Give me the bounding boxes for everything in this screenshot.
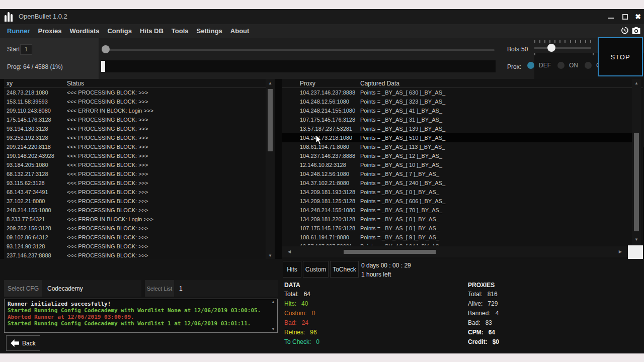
hit-row[interactable]: 104.248.12.56:1080Points = _BY_AS_[ 323 …: [282, 97, 632, 106]
bot-row[interactable]: 190.148.202:43928<<< PROCESSING BLOCK: >…: [4, 151, 266, 160]
bot-status-cell: <<< PROCESSING BLOCK: >>>: [67, 153, 148, 159]
menu-item-proxies[interactable]: Proxies: [38, 27, 62, 35]
hit-row[interactable]: 104.248.214.155:1080Points = _BY_AS_[ 41…: [282, 106, 632, 115]
tick-mark: [585, 40, 586, 43]
scroll-thumb[interactable]: [344, 250, 436, 254]
bot-row[interactable]: 68.132.217:3128<<< PROCESSING BLOCK: >>>: [4, 169, 266, 178]
bot-vertical-scrollbar[interactable]: ▲ ▼: [266, 79, 275, 265]
bot-row[interactable]: 93.194.130:3128<<< PROCESSING BLOCK: >>>: [4, 124, 266, 133]
bot-proxy-cell: 175.145.176:3128: [7, 117, 51, 123]
scroll-up-icon[interactable]: ▲: [634, 81, 638, 85]
scroll-right-icon[interactable]: ▶: [619, 250, 622, 254]
tab-custom[interactable]: Custom: [303, 261, 329, 278]
hit-row[interactable]: 104.248.214.155:1080Points = _BY_AS_[ 70…: [282, 206, 632, 215]
bot-row[interactable]: 8.233.77:54321<<< ERROR IN BLOCK: Login …: [4, 215, 266, 224]
bot-table-header: xy Status: [4, 79, 275, 88]
bots-slider[interactable]: [534, 39, 591, 57]
hit-row[interactable]: 13.57.187.237:53281Points = _BY_AS_[ 94 …: [282, 242, 632, 245]
hit-row[interactable]: 12.146.10.82:3128Points = _BY_AS_[ 10 ]_…: [282, 160, 632, 169]
bots-slider-thumb[interactable]: [547, 44, 555, 52]
hits-horizontal-scrollbar[interactable]: ◀ ▶: [282, 246, 628, 257]
tab-tocheck[interactable]: ToCheck: [330, 261, 359, 278]
bot-row[interactable]: 175.145.176:3128<<< PROCESSING BLOCK: >>…: [4, 115, 266, 124]
selected-cfg-value: Codecademy: [42, 280, 141, 297]
scroll-thumb[interactable]: [268, 89, 273, 151]
scroll-up-icon[interactable]: ▲: [271, 300, 275, 304]
scroll-down-icon[interactable]: ▼: [634, 238, 638, 242]
hit-row[interactable]: 108.61.194.71:8080Points = _BY_AS_[ 113 …: [282, 142, 632, 151]
bot-row[interactable]: 93.115.62:3128<<< PROCESSING BLOCK: >>>: [4, 178, 266, 188]
bot-row[interactable]: 209.252.156:3128<<< PROCESSING BLOCK: >>…: [4, 224, 266, 233]
proxy-mode-label: Prox:: [507, 63, 521, 70]
tab-hits[interactable]: Hits: [283, 261, 301, 278]
proxy-mode-radio-def[interactable]: [527, 62, 534, 69]
bot-row[interactable]: 209.110.243:8080<<< ERROR IN BLOCK: Logi…: [4, 106, 266, 115]
bot-proxy-cell: 93.253.192:3128: [7, 135, 48, 141]
menu-item-runner[interactable]: Runner: [7, 27, 30, 35]
bot-status-panel: xy Status 248.73.218:1080<<< PROCESSING …: [4, 79, 275, 276]
scroll-left-icon[interactable]: ◀: [288, 250, 291, 254]
close-button[interactable]: ✖: [632, 9, 644, 24]
hit-row[interactable]: 13.57.187.237:53281Points = _BY_AS_[ 139…: [282, 124, 632, 133]
bot-row[interactable]: 09.102.86:64312<<< PROCESSING BLOCK: >>>: [4, 233, 266, 242]
history-icon[interactable]: [620, 26, 629, 35]
bot-row[interactable]: 93.184.205:1080<<< PROCESSING BLOCK: >>>: [4, 160, 266, 169]
hit-row[interactable]: 104.248.12.56:1080Points = _BY_AS_[ 7 ]_…: [282, 169, 632, 178]
hits-vertical-scrollbar[interactable]: ▲ ▼: [632, 79, 641, 245]
hit-status-cell: Points = _BY_AS_[ 139 ]_BY_AS_: [360, 126, 445, 132]
hit-row[interactable]: 134.209.181.220:3128Points = _BY_AS_[ 0 …: [282, 215, 632, 224]
hit-row[interactable]: 107.175.145.176:3128Points = _BY_AS_[ 0 …: [282, 224, 632, 233]
scroll-down-icon[interactable]: ▼: [268, 254, 272, 258]
menu-item-settings[interactable]: Settings: [197, 27, 222, 35]
bot-row[interactable]: 93.124.90:3128<<< PROCESSING BLOCK: >>>: [4, 242, 266, 251]
scroll-down-icon[interactable]: ▼: [271, 327, 275, 331]
hit-row[interactable]: 108.61.194.71:8080Points = _BY_AS_[ 9 ]_…: [282, 233, 632, 242]
progress-fill: [101, 61, 105, 72]
tick-mark: [559, 40, 560, 43]
data-stat-label: Custom:: [284, 310, 307, 317]
proxy-mode-radio-on[interactable]: [557, 62, 565, 69]
select-list-button[interactable]: Select List: [145, 280, 174, 297]
bot-proxy-cell: 93.194.130:3128: [7, 126, 48, 132]
screenshot-camera-icon[interactable]: [631, 26, 641, 35]
hit-row[interactable]: 104.37.102.21:8080Points = _BY_AS_[ 240 …: [282, 178, 632, 188]
hit-row[interactable]: 104.237.146.237:8888Points = _BY_AS_[ 12…: [282, 151, 632, 160]
bot-proxy-cell: 93.124.90:3128: [7, 243, 45, 249]
minimize-button[interactable]: [605, 9, 617, 24]
menu-item-hits-db[interactable]: Hits DB: [140, 27, 164, 35]
proxy-stat-label: Total:: [468, 291, 482, 298]
bot-row[interactable]: 153.11.58:39593<<< PROCESSING BLOCK: >>>: [4, 97, 266, 106]
scroll-up-icon[interactable]: ▲: [268, 81, 272, 85]
data-stats-title: DATA: [284, 282, 300, 289]
maximize-button[interactable]: [619, 9, 631, 24]
start-slider[interactable]: [103, 49, 495, 51]
log-console[interactable]: ▲ ▼ Runner initialized succesfully!Start…: [4, 299, 278, 333]
runner-controls: Start: 1 Prog: 64 / 4588 (1%) Bots: 50 P…: [0, 38, 644, 79]
hit-proxy-cell: 104.237.146.237:8888: [300, 153, 355, 159]
bot-row[interactable]: 37.102.21:8080<<< PROCESSING BLOCK: >>>: [4, 197, 266, 206]
start-input[interactable]: 1: [20, 44, 32, 55]
menu-item-about[interactable]: About: [230, 27, 250, 35]
proxy-stat-label: Banned:: [468, 310, 491, 317]
bot-row[interactable]: 248.73.218:1080<<< PROCESSING BLOCK: >>>: [4, 88, 266, 97]
hit-row[interactable]: 107.175.145.176:3128Points = _BY_AS_[ 31…: [282, 115, 632, 124]
bot-row[interactable]: 248.214.155:1080<<< PROCESSING BLOCK: >>…: [4, 206, 266, 215]
hit-row[interactable]: 134.209.181.193:3128Points = _BY_AS_[ 0 …: [282, 188, 632, 197]
back-arrow-icon: [11, 339, 19, 347]
bot-row[interactable]: 68.143.47:34491<<< PROCESSING BLOCK: >>>: [4, 188, 266, 197]
hit-row[interactable]: 104.237.146.237:8888Points = _BY_AS_[ 63…: [282, 88, 632, 97]
bot-row[interactable]: 93.253.192:3128<<< PROCESSING BLOCK: >>>: [4, 133, 266, 142]
select-cfg-button[interactable]: Select CFG: [4, 280, 42, 297]
proxy-mode-radio-off[interactable]: [585, 62, 592, 69]
back-button[interactable]: Back: [6, 335, 40, 351]
start-slider-thumb[interactable]: [102, 45, 110, 53]
menu-item-tools[interactable]: Tools: [172, 27, 189, 35]
bot-row[interactable]: 209.214.220:8118<<< PROCESSING BLOCK: >>…: [4, 142, 266, 151]
hit-row[interactable]: 104.248.73.218:1080Points = _BY_AS_[ 510…: [282, 133, 632, 142]
scroll-thumb[interactable]: [634, 133, 639, 231]
menu-item-configs[interactable]: Configs: [107, 27, 131, 35]
stop-button[interactable]: STOP: [598, 37, 643, 76]
bots-slider-track: [534, 47, 591, 49]
hit-row[interactable]: 134.209.181.125:3128Points = _BY_AS_[ 60…: [282, 197, 632, 206]
menu-item-wordlists[interactable]: Wordlists: [69, 27, 99, 35]
